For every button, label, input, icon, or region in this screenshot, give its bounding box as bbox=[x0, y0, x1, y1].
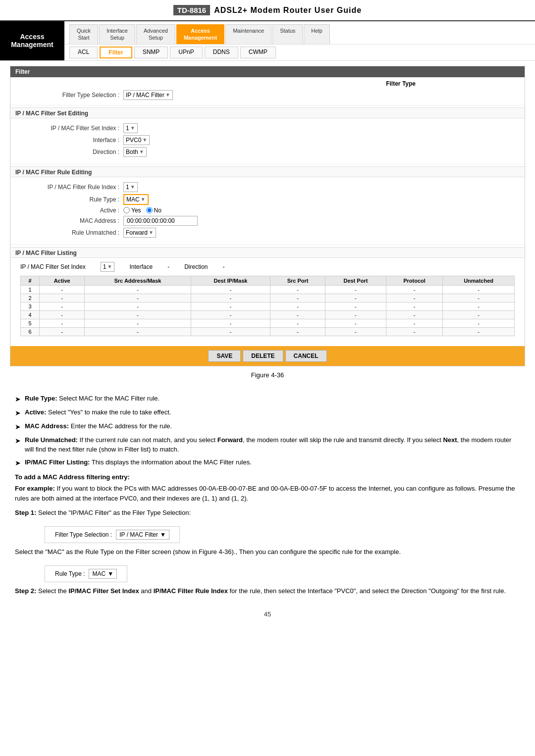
table-row: 4------- bbox=[21, 310, 515, 319]
bullet-arrow-2: ➤ bbox=[15, 408, 21, 418]
sub-tab-acl[interactable]: ACL bbox=[69, 47, 98, 58]
delete-button[interactable]: DELETE bbox=[243, 350, 283, 362]
page-number: 45 bbox=[0, 605, 535, 623]
col-src-port: Src Port bbox=[270, 276, 325, 285]
set-index-arrow: ▼ bbox=[130, 125, 135, 131]
filter-type-selection-row: Filter Type Selection : IP / MAC Filter … bbox=[20, 90, 515, 100]
listing-index-dropdown[interactable]: 1 ▼ bbox=[101, 262, 115, 272]
filter-type-arrow: ▼ bbox=[165, 92, 170, 98]
bullet-arrow-1: ➤ bbox=[15, 394, 21, 404]
active-row: Active : Yes No bbox=[20, 207, 515, 214]
tab-help[interactable]: Help bbox=[304, 24, 330, 44]
ip-mac-set-editing-body: IP / MAC Filter Set Index : 1 ▼ Interfac… bbox=[10, 118, 525, 162]
inline-box-1: Filter Type Selection : IP / MAC Filter … bbox=[45, 526, 180, 543]
tab-quick-start[interactable]: QuickStart bbox=[69, 24, 98, 44]
direction-dropdown[interactable]: Both ▼ bbox=[123, 147, 147, 157]
inline-rule-type-arrow: ▼ bbox=[107, 570, 113, 577]
tab-interface-setup[interactable]: InterfaceSetup bbox=[99, 24, 135, 44]
ip-mac-rule-editing-section: IP / MAC Filter Rule Editing IP / MAC Fi… bbox=[10, 164, 525, 245]
main-tabs-row: QuickStart InterfaceSetup AdvancedSetup … bbox=[64, 21, 535, 45]
filter-type-dropdown[interactable]: IP / MAC Filter ▼ bbox=[123, 90, 173, 100]
col-src-address: Src Address/Mask bbox=[85, 276, 191, 285]
filter-type-label: Filter Type bbox=[20, 80, 515, 87]
table-row: 3------- bbox=[21, 302, 515, 310]
body-content: ➤ Rule Type: Select MAC for the MAC Filt… bbox=[0, 389, 535, 605]
mac-address-input[interactable] bbox=[123, 216, 198, 226]
body-paragraph-1: For example: If you want to block the PC… bbox=[15, 484, 520, 504]
direction-label: Direction : bbox=[20, 149, 119, 155]
tab-maintenance[interactable]: Maintenance bbox=[225, 24, 271, 44]
bullet-list: ➤ Rule Type: Select MAC for the MAC Filt… bbox=[15, 394, 520, 468]
mac-address-row: MAC Address : bbox=[20, 216, 515, 226]
active-label: Active : bbox=[20, 207, 119, 214]
ip-mac-set-editing-section: IP / MAC Filter Set Editing IP / MAC Fil… bbox=[10, 105, 525, 164]
interface-row: Interface : PVC0 ▼ bbox=[20, 135, 515, 145]
tab-access-management[interactable]: AccessManagement bbox=[176, 24, 224, 44]
active-yes-label: Yes bbox=[131, 207, 141, 214]
sub-tabs-row: ACL Filter SNMP UPnP DDNS CWMP bbox=[64, 45, 535, 60]
interface-label: Interface : bbox=[20, 137, 119, 144]
button-row: SAVE DELETE CANCEL bbox=[10, 346, 525, 366]
step2-text: Step 2: Select the IP/MAC Filter Set Ind… bbox=[15, 586, 520, 597]
interface-arrow: ▼ bbox=[142, 137, 147, 143]
listing-interface-label: Interface bbox=[129, 263, 153, 270]
ip-mac-rule-editing-body: IP / MAC Filter Rule Index : 1 ▼ Rule Ty… bbox=[10, 177, 525, 243]
set-index-dropdown[interactable]: 1 ▼ bbox=[123, 123, 138, 133]
col-unmatched: Unmatched bbox=[443, 276, 515, 285]
rule-index-arrow: ▼ bbox=[130, 184, 135, 190]
rule-type-dropdown[interactable]: MAC ▼ bbox=[123, 194, 149, 205]
ip-mac-set-editing-label: IP / MAC Filter Set Editing bbox=[10, 107, 525, 118]
sub-tab-filter[interactable]: Filter bbox=[100, 47, 132, 58]
active-no-radio[interactable] bbox=[146, 207, 153, 213]
bullet-arrow-5: ➤ bbox=[15, 458, 21, 468]
filter-section-header: Filter bbox=[10, 66, 525, 77]
listing-table-section: # Active Src Address/Mask Dest IP/Mask S… bbox=[20, 276, 515, 336]
rule-unmatched-dropdown[interactable]: Forward ▼ bbox=[123, 228, 156, 238]
active-yes-radio[interactable] bbox=[123, 207, 130, 213]
active-no-option[interactable]: No bbox=[146, 207, 161, 214]
sub-tab-snmp[interactable]: SNMP bbox=[134, 47, 168, 58]
bullet-text-3: MAC Address: Enter the MAC address for t… bbox=[25, 421, 172, 431]
rule-index-label: IP / MAC Filter Rule Index : bbox=[20, 184, 119, 191]
rule-index-dropdown[interactable]: 1 ▼ bbox=[123, 182, 138, 192]
listing-interface-value: - bbox=[167, 263, 169, 270]
table-header-row: # Active Src Address/Mask Dest IP/Mask S… bbox=[21, 276, 515, 285]
rule-type-row: Rule Type : MAC ▼ bbox=[20, 194, 515, 205]
direction-arrow: ▼ bbox=[139, 149, 144, 154]
inline-rule-type-label: Rule Type : bbox=[55, 570, 85, 577]
listing-direction-label: Direction bbox=[184, 263, 208, 270]
direction-row: Direction : Both ▼ bbox=[20, 147, 515, 157]
rule-unmatched-arrow: ▼ bbox=[149, 230, 154, 235]
bullet-arrow-3: ➤ bbox=[15, 422, 21, 432]
filter-listing-table: # Active Src Address/Mask Dest IP/Mask S… bbox=[20, 276, 515, 336]
rule-unmatched-row: Rule Unmatched : Forward ▼ bbox=[20, 228, 515, 238]
active-no-label: No bbox=[154, 207, 161, 214]
tab-advanced-setup[interactable]: AdvancedSetup bbox=[136, 24, 175, 44]
active-radio-group: Yes No bbox=[123, 207, 161, 214]
sub-tab-cwmp[interactable]: CWMP bbox=[240, 47, 276, 58]
inline-filter-type-label: Filter Type Selection : bbox=[55, 531, 112, 538]
sub-tab-ddns[interactable]: DDNS bbox=[205, 47, 238, 58]
filter-section-box: Filter Filter Type Filter Type Selection… bbox=[10, 66, 525, 366]
bullet-text-4: Rule Unmatched: If the current rule can … bbox=[25, 435, 520, 454]
sub-tab-upnp[interactable]: UPnP bbox=[170, 47, 202, 58]
bullet-item-mac-address: ➤ MAC Address: Enter the MAC address for… bbox=[15, 421, 520, 432]
ip-mac-listing-label: IP / MAC Filter Listing bbox=[10, 247, 525, 258]
figure-caption: Figure 4-36 bbox=[10, 371, 525, 379]
inline-filter-type-dropdown[interactable]: IP / MAC Filter ▼ bbox=[116, 530, 169, 540]
cancel-button[interactable]: CANCEL bbox=[285, 350, 327, 362]
interface-dropdown[interactable]: PVC0 ▼ bbox=[123, 135, 150, 145]
active-yes-option[interactable]: Yes bbox=[123, 207, 141, 214]
save-button[interactable]: SAVE bbox=[208, 350, 241, 362]
listing-index-row: IP / MAC Filter Set Index 1 ▼ Interface … bbox=[20, 262, 515, 272]
bullet-text-1: Rule Type: Select MAC for the MAC Filter… bbox=[25, 394, 160, 403]
ip-mac-listing-section: IP / MAC Filter Listing IP / MAC Filter … bbox=[10, 245, 525, 346]
table-row: 5------- bbox=[21, 319, 515, 327]
step1-text: Step 1: Select the "IP/MAC Filter" as th… bbox=[15, 508, 520, 518]
tab-status[interactable]: Status bbox=[272, 24, 303, 44]
filter-type-subsection: Filter Type Filter Type Selection : IP /… bbox=[10, 77, 525, 105]
col-dest-ip: Dest IP/Mask bbox=[191, 276, 270, 285]
inline-rule-type-dropdown[interactable]: MAC ▼ bbox=[89, 569, 117, 579]
bullet-text-2: Active: Select "Yes" to make the rule to… bbox=[25, 407, 171, 417]
bullet-item-rule-type: ➤ Rule Type: Select MAC for the MAC Filt… bbox=[15, 394, 520, 404]
